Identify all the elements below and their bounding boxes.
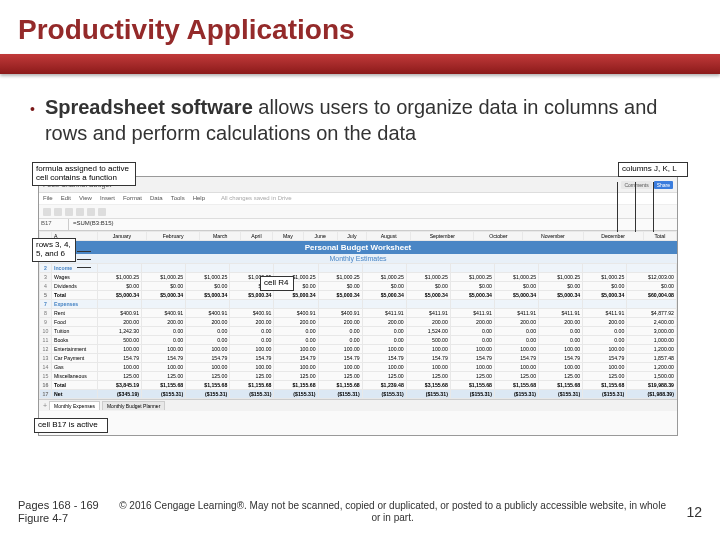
cell[interactable]: 0.00: [230, 327, 274, 336]
cell[interactable]: 500.00: [406, 336, 450, 345]
cell[interactable]: 0.00: [362, 327, 406, 336]
cell-reference[interactable]: B17: [39, 219, 69, 230]
cell[interactable]: 125.00: [142, 372, 186, 381]
comments-button[interactable]: Comments: [621, 181, 651, 189]
row-number[interactable]: 9: [40, 318, 52, 327]
cell[interactable]: $60,004.08: [627, 291, 677, 300]
cell[interactable]: ($155.31): [583, 390, 627, 399]
row-label[interactable]: Rent: [52, 309, 98, 318]
add-sheet-icon[interactable]: +: [43, 402, 47, 409]
row-label[interactable]: Gas: [52, 363, 98, 372]
cell[interactable]: 1,000.00: [627, 336, 677, 345]
cell[interactable]: 154.79: [142, 354, 186, 363]
cell[interactable]: 0.00: [450, 327, 494, 336]
cell[interactable]: 0.00: [318, 327, 362, 336]
format-icon[interactable]: [76, 208, 84, 216]
cell[interactable]: 200.00: [98, 318, 142, 327]
cell[interactable]: [186, 264, 230, 273]
cell[interactable]: 100.00: [142, 363, 186, 372]
cell[interactable]: $1,155.68: [494, 381, 538, 390]
cell[interactable]: 0.00: [274, 336, 318, 345]
cell[interactable]: 200.00: [406, 318, 450, 327]
cell[interactable]: $1,000.25: [186, 273, 230, 282]
cell[interactable]: 100.00: [450, 363, 494, 372]
cell[interactable]: $411.91: [450, 309, 494, 318]
cell[interactable]: 200.00: [318, 318, 362, 327]
cell[interactable]: 154.79: [274, 354, 318, 363]
cell[interactable]: 1,524.00: [406, 327, 450, 336]
cell[interactable]: 100.00: [274, 345, 318, 354]
cell[interactable]: ($155.31): [494, 390, 538, 399]
cell[interactable]: 154.79: [539, 354, 583, 363]
cell[interactable]: 0.00: [583, 336, 627, 345]
cell[interactable]: ($155.31): [362, 390, 406, 399]
cell[interactable]: 200.00: [142, 318, 186, 327]
row-label[interactable]: Wages: [52, 273, 98, 282]
cell[interactable]: $1,155.68: [142, 381, 186, 390]
cell[interactable]: $1,155.68: [274, 381, 318, 390]
print-icon[interactable]: [65, 208, 73, 216]
cell[interactable]: 154.79: [318, 354, 362, 363]
cell[interactable]: $5,000.34: [583, 291, 627, 300]
cell[interactable]: 100.00: [450, 345, 494, 354]
cell[interactable]: 1,200.00: [627, 363, 677, 372]
menu-tools[interactable]: Tools: [171, 195, 185, 202]
cell[interactable]: $1,155.68: [318, 381, 362, 390]
cell[interactable]: 0.00: [583, 327, 627, 336]
cell[interactable]: [362, 264, 406, 273]
row-number[interactable]: 10: [40, 327, 52, 336]
cell[interactable]: $400.91: [98, 309, 142, 318]
cell[interactable]: 200.00: [450, 318, 494, 327]
cell[interactable]: [142, 300, 186, 309]
cell[interactable]: $5,000.34: [494, 291, 538, 300]
cell[interactable]: 100.00: [494, 363, 538, 372]
col-header[interactable]: May: [272, 232, 303, 241]
cell[interactable]: 125.00: [539, 372, 583, 381]
cell[interactable]: 100.00: [362, 363, 406, 372]
cell[interactable]: [627, 300, 677, 309]
cell[interactable]: 100.00: [318, 345, 362, 354]
cell[interactable]: 0.00: [539, 336, 583, 345]
cell[interactable]: $5,000.34: [539, 291, 583, 300]
cell[interactable]: 125.00: [274, 372, 318, 381]
cell[interactable]: 100.00: [539, 345, 583, 354]
cell[interactable]: [539, 264, 583, 273]
cell[interactable]: 200.00: [539, 318, 583, 327]
cell[interactable]: 0.00: [230, 336, 274, 345]
cell[interactable]: $5,000.34: [142, 291, 186, 300]
col-header[interactable]: January: [98, 232, 147, 241]
cell[interactable]: 200.00: [494, 318, 538, 327]
cell[interactable]: $1,000.25: [142, 273, 186, 282]
cell[interactable]: 125.00: [230, 372, 274, 381]
tab-monthly-expenses[interactable]: Monthly Expenses: [49, 401, 100, 410]
cell[interactable]: 100.00: [494, 345, 538, 354]
row-label[interactable]: Expenses: [52, 300, 98, 309]
menu-help[interactable]: Help: [193, 195, 205, 202]
cell[interactable]: $1,000.25: [583, 273, 627, 282]
row-label[interactable]: Total: [52, 291, 98, 300]
cell[interactable]: 125.00: [362, 372, 406, 381]
cell[interactable]: $3,155.68: [406, 381, 450, 390]
cell[interactable]: 100.00: [583, 363, 627, 372]
row-label[interactable]: Miscellaneous: [52, 372, 98, 381]
cell[interactable]: 100.00: [583, 345, 627, 354]
menu-format[interactable]: Format: [123, 195, 142, 202]
cell[interactable]: 154.79: [98, 354, 142, 363]
cell[interactable]: $5,000.34: [274, 291, 318, 300]
cell[interactable]: [627, 264, 677, 273]
cell[interactable]: 100.00: [186, 345, 230, 354]
cell[interactable]: [274, 264, 318, 273]
cell[interactable]: $19,988.39: [627, 381, 677, 390]
cell[interactable]: $1,000.25: [539, 273, 583, 282]
menu-edit[interactable]: Edit: [61, 195, 71, 202]
cell[interactable]: $400.91: [230, 309, 274, 318]
cell[interactable]: $4,877.92: [627, 309, 677, 318]
cell[interactable]: $0.00: [583, 282, 627, 291]
cell[interactable]: 100.00: [539, 363, 583, 372]
cell[interactable]: 125.00: [406, 372, 450, 381]
cell[interactable]: 100.00: [318, 363, 362, 372]
cell[interactable]: [494, 300, 538, 309]
cell[interactable]: [98, 264, 142, 273]
cell[interactable]: $411.91: [362, 309, 406, 318]
row-number[interactable]: 4: [40, 282, 52, 291]
